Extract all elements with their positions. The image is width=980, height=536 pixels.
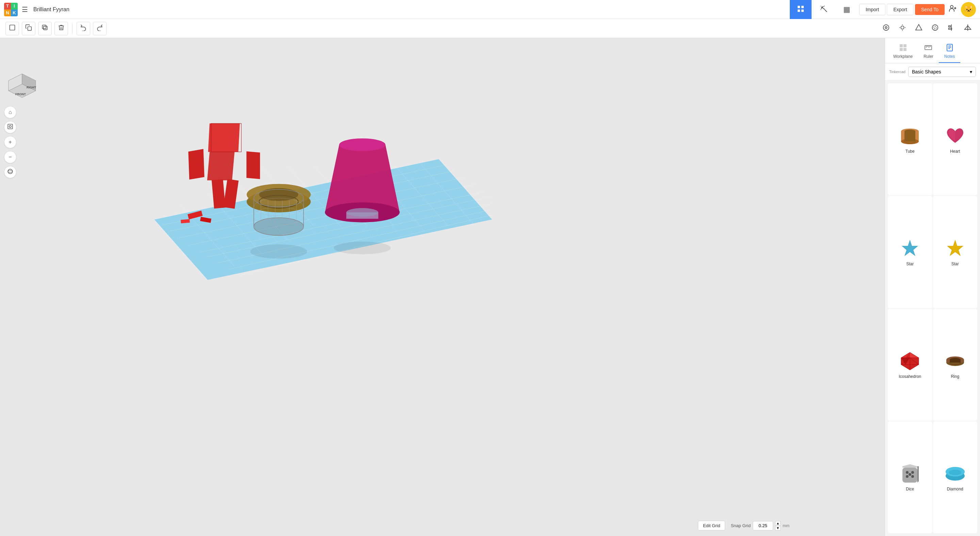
star-teal-label: Star (906, 262, 914, 266)
icosahedron-preview (899, 350, 921, 372)
svg-rect-60 (188, 149, 204, 179)
import-button[interactable]: Import (859, 4, 886, 15)
diamond-preview (944, 463, 966, 485)
svg-rect-92 (900, 48, 903, 51)
shape-star-teal[interactable]: Star (888, 196, 932, 308)
svg-rect-3 (801, 10, 804, 12)
snap-down-button[interactable]: ▼ (775, 526, 781, 531)
svg-point-140 (911, 471, 914, 474)
svg-point-10 (885, 27, 887, 29)
export-button[interactable]: Export (887, 4, 913, 15)
right-panel: › Workplane (885, 38, 980, 536)
toolbar (0, 19, 980, 38)
toolbar-right (879, 22, 975, 35)
avatar-emoji: 🐱 (964, 5, 973, 14)
svg-point-68 (254, 218, 304, 235)
diamond-label: Diamond (947, 487, 963, 492)
svg-marker-23 (965, 26, 968, 30)
user-avatar[interactable]: 🐱 (961, 2, 976, 17)
shape-icosahedron[interactable]: Icosahedron (888, 309, 932, 421)
svg-rect-91 (904, 44, 907, 47)
svg-point-141 (906, 475, 908, 478)
nav-right: ⛏ ▦ Import Export Send To 🐱 (790, 0, 976, 19)
redo-button[interactable] (93, 22, 107, 35)
copy-icon (25, 24, 32, 33)
mirror-button[interactable] (961, 22, 975, 35)
nav-home-button[interactable] (790, 0, 811, 19)
svg-point-86 (334, 241, 391, 254)
shape-star-gold[interactable]: Star (933, 196, 978, 308)
new-button[interactable] (5, 22, 19, 35)
svg-rect-62 (212, 179, 226, 208)
person-icon (949, 5, 957, 14)
svg-marker-136 (902, 464, 917, 468)
delete-button[interactable] (54, 22, 68, 35)
svg-point-82 (339, 138, 385, 151)
align-icon (948, 24, 955, 33)
star-gold-preview (944, 238, 966, 260)
shape-button[interactable] (912, 22, 926, 35)
tinkercad-logo[interactable]: T I N K (4, 3, 18, 16)
heart-preview (944, 125, 966, 147)
copy-button[interactable] (22, 22, 35, 35)
svg-point-139 (911, 475, 914, 478)
duplicate-button[interactable] (38, 22, 52, 35)
tab-workplane-label: Workplane (893, 54, 913, 59)
edit-grid-button[interactable]: Edit Grid (698, 521, 725, 531)
scene-svg (0, 38, 885, 536)
dropdown-chevron-icon: ▾ (970, 69, 972, 75)
viewport[interactable]: FRONT RIGHT ⌂ + − (0, 38, 885, 536)
pickaxe-icon: ⛏ (820, 5, 827, 14)
project-title: Brilliant Fyyran (33, 6, 787, 13)
shape-diamond[interactable]: Diamond (933, 421, 978, 533)
tab-workplane[interactable]: Workplane (888, 41, 918, 63)
nav-projects-button[interactable]: ▦ (836, 0, 858, 19)
category-label: Basic Shapes (912, 69, 941, 75)
add-user-button[interactable] (946, 3, 959, 16)
svg-rect-58 (208, 124, 240, 152)
ruler-icon (924, 44, 932, 53)
ring-label: Ring (951, 374, 959, 379)
hamburger-icon: ☰ (22, 6, 28, 13)
logo-t: T (4, 3, 11, 10)
snap-control: Snap Grid ▲ ▼ mm (730, 521, 789, 531)
dice-label: Dice (906, 487, 914, 492)
svg-rect-1 (801, 6, 804, 8)
shape-heart[interactable]: Heart (933, 83, 978, 195)
snap-up-button[interactable]: ▲ (775, 521, 781, 526)
heart-label: Heart (950, 149, 960, 154)
light-icon (899, 24, 906, 33)
svg-point-11 (901, 26, 904, 29)
shape-selector: Tinkercad Basic Shapes ▾ (885, 63, 980, 81)
svg-rect-6 (28, 27, 32, 31)
redo-icon (96, 24, 103, 33)
hole-button[interactable] (928, 22, 942, 35)
tube-preview (899, 125, 921, 147)
nav-learn-button[interactable]: ⛏ (813, 0, 835, 19)
snap-unit-label: mm (783, 523, 789, 528)
shape-ring[interactable]: Ring (933, 309, 978, 421)
shape-grid: Tube Heart (885, 81, 980, 536)
shape-tube[interactable]: Tube (888, 83, 932, 195)
camera-view-button[interactable] (879, 22, 893, 35)
svg-rect-61 (247, 151, 260, 179)
svg-rect-20 (949, 26, 951, 27)
svg-point-85 (347, 208, 379, 217)
light-button[interactable] (896, 22, 909, 35)
tab-ruler-label: Ruler (924, 54, 933, 59)
svg-point-4 (950, 5, 953, 8)
align-button[interactable] (945, 22, 958, 35)
category-dropdown[interactable]: Basic Shapes ▾ (908, 67, 976, 77)
sendto-button[interactable]: Send To (915, 4, 945, 15)
shape-icon (915, 24, 923, 33)
shape-dice[interactable]: Dice (888, 421, 932, 533)
svg-rect-133 (950, 360, 961, 363)
snap-input[interactable] (753, 521, 773, 531)
tab-notes[interactable]: Notes (939, 41, 960, 63)
hamburger-button[interactable]: ☰ (21, 4, 29, 15)
svg-point-138 (906, 471, 908, 474)
snap-spinners: ▲ ▼ (775, 521, 781, 531)
undo-button[interactable] (76, 22, 90, 35)
tab-ruler[interactable]: Ruler (918, 41, 939, 63)
svg-rect-2 (798, 10, 800, 12)
